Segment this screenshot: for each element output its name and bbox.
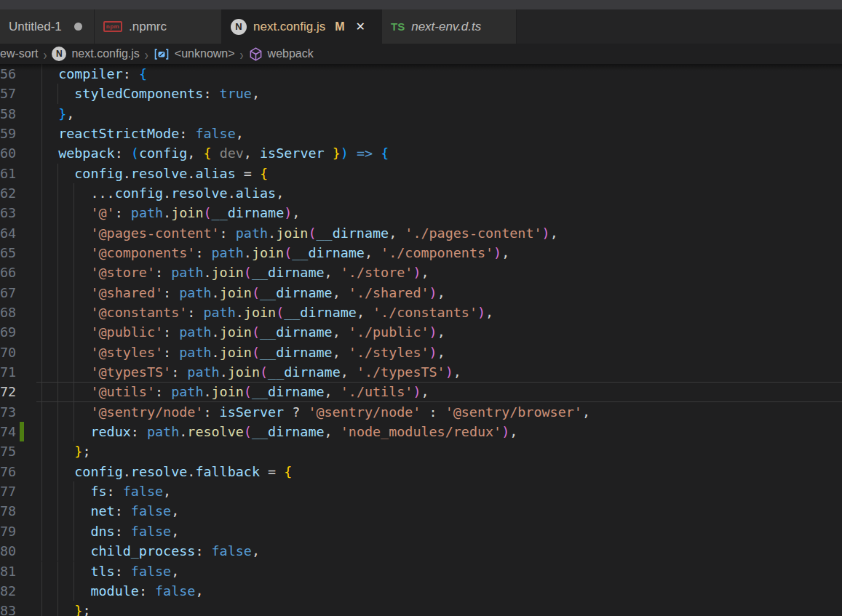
code-line[interactable]: 72 '@utils': path.join(__dirname, './uti… — [0, 382, 842, 401]
line-number[interactable]: 58 — [0, 104, 16, 124]
line-number[interactable]: 77 — [0, 481, 16, 501]
code-line[interactable]: 57 styledComponents: true, — [0, 84, 842, 103]
chevron-right-icon: › — [43, 45, 47, 63]
code-text: '@utils': path.join(__dirname, './utils'… — [42, 382, 429, 401]
tab-label: .npmrc — [129, 20, 167, 34]
code-text: '@public': path.join(__dirname, './publi… — [42, 322, 445, 342]
code-line[interactable]: 63 '@': path.join(__dirname), — [0, 203, 842, 223]
symbol-unknown-icon — [154, 48, 170, 60]
code-line[interactable]: 74 redux: path.resolve(__dirname, 'node_… — [0, 422, 842, 441]
code-editor[interactable]: 56 compiler: {57 styledComponents: true,… — [0, 64, 842, 616]
code-text: '@components': path.join(__dirname, './c… — [42, 243, 509, 263]
close-tab-icon[interactable]: ✕ — [356, 21, 365, 33]
editor-tab-bar: Untitled-1 npm .npmrc N next.config.js M… — [0, 9, 842, 44]
breadcrumb-folder[interactable]: ew-sort — [0, 47, 38, 60]
code-text: styledComponents: true, — [42, 84, 260, 103]
tab-npmrc[interactable]: npm .npmrc — [95, 9, 222, 44]
tab-next-config-js[interactable]: N next.config.js M ✕ — [222, 9, 382, 44]
vscode-window: Untitled-1 npm .npmrc N next.config.js M… — [0, 0, 842, 616]
code-text: dns: false, — [42, 521, 179, 541]
code-text: module: false, — [42, 581, 203, 601]
line-number[interactable]: 62 — [0, 183, 16, 203]
code-line[interactable]: 79 dns: false, — [0, 521, 842, 541]
code-text: webpack: (config, { dev, isServer }) => … — [42, 143, 389, 163]
code-line[interactable]: 65 '@components': path.join(__dirname, '… — [0, 243, 842, 263]
line-number[interactable]: 79 — [0, 521, 16, 541]
code-text: '@constants': path.join(__dirname, './co… — [42, 303, 493, 322]
code-text: '@styles': path.join(__dirname, './style… — [42, 343, 445, 362]
tab-next-env-d-ts[interactable]: TS next-env.d.ts — [382, 9, 517, 44]
breadcrumb-symbol[interactable]: <unknown> — [175, 47, 235, 60]
line-number[interactable]: 81 — [0, 561, 16, 581]
breadcrumb-file[interactable]: next.config.js — [71, 47, 139, 60]
code-line[interactable]: 59 reactStrictMode: false, — [0, 124, 842, 143]
code-line[interactable]: 83 }; — [0, 601, 842, 616]
code-line[interactable]: 58 }, — [0, 104, 842, 124]
line-number[interactable]: 76 — [0, 462, 16, 481]
nextjs-file-icon: N — [231, 19, 247, 35]
tab-label: next.config.js — [253, 20, 325, 34]
line-number[interactable]: 63 — [0, 203, 16, 223]
line-number[interactable]: 60 — [0, 143, 16, 163]
code-text: '@shared': path.join(__dirname, './share… — [42, 283, 445, 303]
typescript-file-icon: TS — [391, 20, 405, 33]
code-text: config.resolve.alias = { — [42, 164, 268, 183]
code-line[interactable]: 66 '@store': path.join(__dirname, './sto… — [0, 263, 842, 282]
line-number[interactable]: 57 — [0, 84, 16, 103]
breadcrumb: ew-sort › N next.config.js › <unknown> ›… — [0, 44, 842, 64]
code-line[interactable]: 60 webpack: (config, { dev, isServer }) … — [0, 143, 842, 163]
symbol-webpack-cube-icon — [249, 47, 263, 61]
tab-untitled-1[interactable]: Untitled-1 — [0, 9, 95, 44]
line-number[interactable]: 82 — [0, 581, 16, 601]
code-line[interactable]: 76 config.resolve.fallback = { — [0, 462, 842, 481]
code-line[interactable]: 75 }; — [0, 441, 842, 461]
line-number[interactable]: 75 — [0, 441, 16, 461]
line-number[interactable]: 59 — [0, 124, 16, 143]
chevron-right-icon: › — [240, 45, 244, 63]
line-number[interactable]: 61 — [0, 164, 16, 183]
code-line[interactable]: 67 '@shared': path.join(__dirname, './sh… — [0, 283, 842, 303]
line-number[interactable]: 67 — [0, 283, 16, 303]
code-text: tls: false, — [42, 561, 179, 581]
unsaved-dot-icon[interactable] — [74, 23, 82, 31]
code-line[interactable]: 69 '@public': path.join(__dirname, './pu… — [0, 322, 842, 342]
code-text: '@pages-content': path.join(__dirname, '… — [42, 223, 558, 243]
breadcrumb-member[interactable]: webpack — [268, 47, 314, 60]
line-number[interactable]: 64 — [0, 223, 16, 243]
code-line[interactable]: 80 child_process: false, — [0, 541, 842, 561]
line-number[interactable]: 80 — [0, 541, 16, 561]
line-number[interactable]: 68 — [0, 303, 16, 322]
tab-label: next-env.d.ts — [411, 20, 481, 34]
line-number[interactable]: 78 — [0, 501, 16, 521]
code-line[interactable]: 61 config.resolve.alias = { — [0, 164, 842, 183]
code-line[interactable]: 77 fs: false, — [0, 481, 842, 501]
code-line[interactable]: 62 ...config.resolve.alias, — [0, 183, 842, 203]
line-number[interactable]: 71 — [0, 362, 16, 382]
code-line[interactable]: 73 '@sentry/node': isServer ? '@sentry/n… — [0, 402, 842, 422]
code-line[interactable]: 64 '@pages-content': path.join(__dirname… — [0, 223, 842, 243]
code-line[interactable]: 68 '@constants': path.join(__dirname, '.… — [0, 303, 842, 322]
git-modified-badge: M — [335, 20, 344, 33]
line-number[interactable]: 73 — [0, 402, 16, 422]
line-number[interactable]: 69 — [0, 322, 16, 342]
line-number[interactable]: 72 — [0, 382, 16, 401]
code-text: redux: path.resolve(__dirname, 'node_mod… — [42, 422, 517, 441]
code-text: fs: false, — [42, 481, 171, 501]
nextjs-file-icon: N — [52, 47, 66, 61]
line-number[interactable]: 83 — [0, 601, 16, 616]
code-text: '@store': path.join(__dirname, './store'… — [42, 263, 429, 282]
scroll-shadow — [0, 64, 842, 71]
line-number[interactable]: 65 — [0, 243, 16, 263]
code-text: '@sentry/node': isServer ? '@sentry/node… — [42, 402, 590, 422]
code-line[interactable]: 71 '@typesTS': path.join(__dirname, './t… — [0, 362, 842, 382]
git-added-indicator[interactable] — [20, 422, 24, 441]
line-number[interactable]: 66 — [0, 263, 16, 282]
code-line[interactable]: 81 tls: false, — [0, 561, 842, 581]
line-number[interactable]: 74 — [0, 422, 16, 441]
code-line[interactable]: 70 '@styles': path.join(__dirname, './st… — [0, 343, 842, 362]
code-text: config.resolve.fallback = { — [42, 462, 292, 481]
code-line[interactable]: 78 net: false, — [0, 501, 842, 521]
code-line[interactable]: 82 module: false, — [0, 581, 842, 601]
code-text: }; — [42, 601, 90, 616]
line-number[interactable]: 70 — [0, 343, 16, 362]
